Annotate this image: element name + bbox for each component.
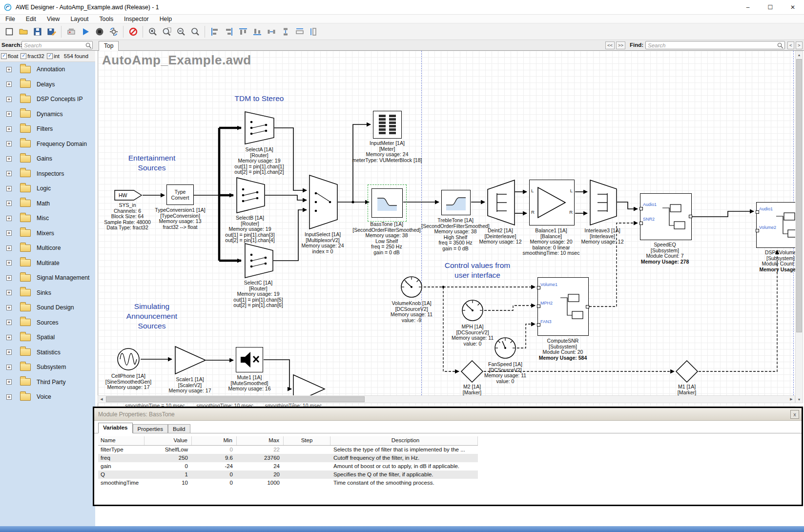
align-top-button[interactable] bbox=[236, 25, 250, 39]
expand-icon[interactable] bbox=[6, 126, 12, 132]
input-pin[interactable] bbox=[537, 286, 540, 289]
expand-icon[interactable] bbox=[6, 201, 12, 206]
menu-item[interactable]: Layout bbox=[65, 15, 94, 23]
dspc-volume-block[interactable]: Audio1 Volume2 bbox=[756, 202, 795, 248]
vertical-scrollbar[interactable]: ▲ ▼ bbox=[795, 51, 803, 403]
bass-tone-block[interactable] bbox=[371, 188, 403, 218]
output-pin[interactable] bbox=[689, 215, 692, 218]
expand-icon[interactable] bbox=[6, 320, 12, 325]
expand-icon[interactable] bbox=[6, 141, 12, 146]
palette-category-row[interactable]: Sources bbox=[0, 315, 95, 330]
type-conversion-block[interactable]: Type Convert bbox=[166, 184, 194, 205]
distribute-horizontal-button[interactable] bbox=[264, 25, 278, 39]
m1-marker-block[interactable] bbox=[675, 360, 699, 383]
settings-button[interactable] bbox=[106, 25, 121, 39]
expand-icon[interactable] bbox=[6, 365, 12, 370]
build-button[interactable] bbox=[64, 25, 78, 39]
expand-icon[interactable] bbox=[6, 186, 12, 191]
expand-icon[interactable] bbox=[6, 275, 12, 281]
variable-value[interactable]: 250 bbox=[144, 454, 192, 462]
expand-icon[interactable] bbox=[6, 305, 12, 310]
expand-icon[interactable] bbox=[6, 349, 12, 355]
menu-item[interactable]: Inspector bbox=[119, 15, 154, 23]
properties-close-button[interactable]: x bbox=[790, 410, 799, 419]
align-right-button[interactable] bbox=[222, 25, 236, 39]
menu-item[interactable]: Tools bbox=[94, 15, 119, 23]
input-pin[interactable] bbox=[537, 323, 540, 327]
variable-value[interactable]: ShelfLow bbox=[144, 446, 192, 454]
expand-icon[interactable] bbox=[6, 171, 12, 176]
new-button[interactable] bbox=[2, 25, 16, 39]
close-button[interactable]: ✕ bbox=[782, 0, 804, 15]
palette-category-row[interactable]: Math bbox=[0, 196, 95, 211]
fan-speed-block[interactable] bbox=[494, 337, 516, 359]
palette-category-row[interactable]: Multirate bbox=[0, 256, 95, 271]
palette-category-row[interactable]: Multicore bbox=[0, 241, 95, 256]
palette-category-row[interactable]: Subsystem bbox=[0, 360, 95, 375]
m2-marker-block[interactable] bbox=[460, 360, 484, 383]
zoom-page-button[interactable] bbox=[160, 25, 174, 39]
horizontal-scroll-thumb[interactable] bbox=[106, 396, 365, 402]
save-as-button[interactable] bbox=[44, 25, 59, 39]
volume-knob-block[interactable] bbox=[400, 276, 423, 298]
sys-in-block[interactable]: HW bbox=[114, 189, 143, 202]
tab-properties[interactable]: Properties bbox=[133, 424, 168, 433]
palette-category-row[interactable]: Filters bbox=[0, 122, 95, 137]
expand-icon[interactable] bbox=[6, 97, 12, 102]
palette-category-row[interactable]: Third Party bbox=[0, 375, 95, 390]
variable-row[interactable]: gain 0 -24 24 Amount of boost or cut to … bbox=[98, 462, 478, 471]
expand-icon[interactable] bbox=[6, 394, 12, 400]
find-forward-button[interactable]: > bbox=[796, 41, 803, 49]
run-button[interactable] bbox=[78, 25, 92, 39]
palette-category-row[interactable]: Mixers bbox=[0, 226, 95, 241]
palette-category-row[interactable]: Gains bbox=[0, 151, 95, 166]
tab-top[interactable]: Top bbox=[99, 41, 119, 51]
input-pin[interactable] bbox=[756, 229, 759, 232]
annotation-entertainment-sources[interactable]: Entertainment Sources bbox=[98, 153, 206, 173]
stop-button[interactable] bbox=[92, 25, 106, 39]
selectC-block[interactable] bbox=[245, 243, 274, 278]
module-search-input[interactable] bbox=[21, 41, 93, 49]
expand-icon[interactable] bbox=[6, 246, 12, 251]
scroll-right-arrow[interactable]: ▶ bbox=[788, 396, 795, 403]
scroll-down-arrow[interactable]: ▼ bbox=[796, 396, 803, 403]
palette-category-row[interactable]: Misc bbox=[0, 211, 95, 226]
palette-category-row[interactable]: Delays bbox=[0, 77, 95, 92]
output-pin[interactable] bbox=[586, 305, 589, 308]
expand-icon[interactable] bbox=[6, 260, 12, 266]
expand-icon[interactable] bbox=[6, 290, 12, 295]
record-off-button[interactable] bbox=[126, 25, 140, 39]
expand-icon[interactable] bbox=[6, 82, 12, 87]
variable-row[interactable]: filterType ShelfLow 0 22 Selects the typ… bbox=[98, 446, 478, 454]
palette-category-row[interactable]: Voice bbox=[0, 389, 95, 405]
palette-category-row[interactable]: Spatial bbox=[0, 330, 95, 345]
int-checkbox[interactable] bbox=[47, 53, 53, 59]
palette-category-row[interactable]: Inspectors bbox=[0, 166, 95, 182]
variable-value[interactable]: 1 bbox=[144, 471, 192, 479]
input-pin[interactable] bbox=[639, 222, 643, 225]
tab-variables[interactable]: Variables bbox=[98, 423, 133, 433]
input-meter-block[interactable] bbox=[373, 111, 402, 139]
input-pin[interactable] bbox=[756, 210, 759, 214]
palette-category-row[interactable]: DSP Concepts IP bbox=[0, 92, 95, 107]
find-next-button[interactable]: >> bbox=[616, 41, 625, 49]
palette-category-row[interactable]: Statistics bbox=[0, 345, 95, 360]
input-pin[interactable] bbox=[639, 207, 643, 210]
fract32-checkbox[interactable] bbox=[21, 53, 26, 59]
design-canvas[interactable]: AutoAmp_Example.awd TDM to Stereo Entert… bbox=[98, 51, 795, 407]
variable-row[interactable]: smoothingTime 10 0 1000 Time constant of… bbox=[98, 479, 478, 487]
variable-row[interactable]: freq 250 9.6 23760 Cutoff frequency of t… bbox=[98, 454, 478, 462]
open-button[interactable] bbox=[16, 25, 30, 39]
variable-row[interactable]: Q 1 0 20 Specifies the Q of the filter, … bbox=[98, 471, 478, 479]
align-bottom-button[interactable] bbox=[250, 25, 264, 39]
properties-titlebar[interactable]: Module Properties: BassTone x bbox=[94, 408, 802, 421]
compute-snr-block[interactable]: Volume1 MPH2 FAN3 bbox=[537, 277, 589, 336]
variable-value[interactable]: 0 bbox=[144, 462, 192, 471]
palette-category-row[interactable]: Logic bbox=[0, 181, 95, 196]
cellphone-block[interactable] bbox=[117, 348, 140, 371]
maximize-button[interactable]: ☐ bbox=[759, 0, 782, 15]
save-button[interactable] bbox=[30, 25, 44, 39]
speed-eq-block[interactable]: Audio1 SNR2 bbox=[640, 193, 692, 240]
palette-category-row[interactable]: Frequency Domain bbox=[0, 137, 95, 152]
annotation-announcement-sources[interactable]: Simulating Announcement Sources bbox=[98, 302, 206, 331]
